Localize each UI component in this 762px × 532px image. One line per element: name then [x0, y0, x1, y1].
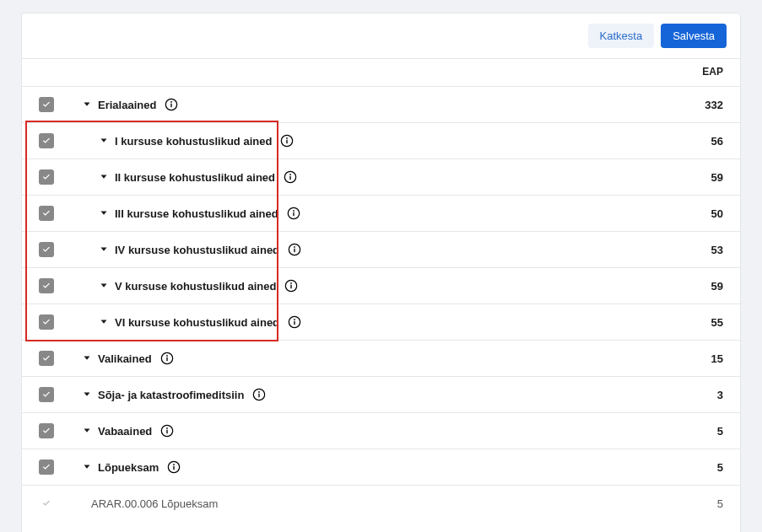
info-icon[interactable] [287, 207, 300, 220]
group-row: IV kursuse kohustuslikud ained53 [22, 231, 740, 267]
group-label: IV kursuse kohustuslikud ained [115, 244, 279, 256]
svg-rect-26 [259, 394, 260, 397]
group-label: I kursuse kohustuslikud ained [115, 135, 272, 148]
list-item: ARAR.00.006 Lõpueksam5 [22, 485, 740, 521]
svg-point-13 [294, 246, 295, 248]
info-icon[interactable] [284, 170, 297, 184]
chevron-down-icon[interactable] [81, 425, 93, 437]
group-label: III kursuse kohustuslikud ained [115, 207, 278, 220]
svg-rect-23 [166, 357, 167, 361]
group-row: Erialaained332 [22, 86, 740, 122]
eap-value: 3 [717, 389, 723, 401]
top-actions-bar: Katkesta Salvesta [22, 13, 740, 59]
eap-value: 5 [717, 497, 723, 510]
info-icon[interactable] [167, 460, 181, 474]
checkbox[interactable] [39, 387, 54, 402]
svg-rect-5 [287, 140, 288, 143]
checkbox[interactable] [39, 351, 54, 366]
svg-point-25 [258, 391, 260, 393]
eap-value: 5 [717, 425, 723, 438]
chevron-down-icon[interactable] [81, 461, 93, 473]
eap-value: 55 [711, 316, 723, 329]
save-button[interactable]: Salvesta [661, 24, 727, 48]
group-row: Vabaained5 [22, 412, 740, 449]
curriculum-panel: Katkesta Salvesta EAP Erialaained332I ku… [21, 13, 741, 532]
chevron-down-icon[interactable] [98, 207, 110, 219]
chevron-down-icon[interactable] [98, 316, 110, 328]
svg-point-10 [293, 210, 295, 212]
eap-value: 50 [711, 207, 723, 220]
eap-value: 5 [717, 461, 723, 474]
svg-point-7 [289, 174, 291, 175]
info-icon[interactable] [284, 279, 298, 293]
svg-rect-32 [174, 466, 175, 470]
svg-point-31 [173, 464, 175, 465]
info-icon[interactable] [288, 243, 301, 256]
info-icon[interactable] [165, 98, 178, 111]
svg-rect-29 [167, 430, 168, 433]
group-label: II kursuse kohustuslikud ained [115, 171, 275, 184]
chevron-down-icon[interactable] [98, 171, 110, 183]
svg-rect-2 [171, 104, 172, 107]
chevron-down-icon[interactable] [81, 389, 93, 400]
eap-column-header: EAP [702, 66, 723, 78]
checkbox[interactable] [39, 169, 54, 185]
group-row: Lõpueksam5 [22, 449, 740, 485]
rows-list: Erialaained332I kursuse kohustuslikud ai… [22, 86, 740, 521]
eap-value: 53 [711, 244, 723, 256]
info-icon[interactable] [160, 424, 174, 438]
group-row: Sõja- ja katastroofimeditsiin3 [22, 376, 740, 412]
checkbox[interactable] [39, 314, 54, 330]
chevron-down-icon[interactable] [98, 135, 110, 147]
chevron-down-icon[interactable] [81, 99, 93, 110]
group-label: Valikained [98, 352, 152, 365]
svg-point-4 [287, 137, 289, 139]
checkbox[interactable] [39, 97, 54, 112]
group-label: Vabaained [98, 425, 152, 438]
checkbox[interactable] [39, 423, 54, 438]
group-label: Lõpueksam [98, 461, 159, 474]
group-row: I kursuse kohustuslikud ained56 [22, 122, 740, 159]
group-row: VI kursuse kohustuslikud ained55 [22, 304, 740, 340]
group-row: II kursuse kohustuslikud ained59 [22, 159, 740, 195]
group-label: VI kursuse kohustuslikud ained [115, 316, 279, 329]
svg-point-22 [166, 355, 168, 357]
chevron-down-icon[interactable] [98, 280, 110, 292]
group-label: V kursuse kohustuslikud ained [115, 280, 276, 293]
group-row: V kursuse kohustuslikud ained59 [22, 267, 740, 304]
svg-point-28 [166, 427, 168, 429]
checkbox[interactable] [39, 133, 54, 148]
column-header-row: EAP [22, 59, 740, 86]
cancel-button[interactable]: Katkesta [588, 24, 655, 48]
item-label: ARAR.00.006 Lõpueksam [91, 497, 218, 510]
checkbox[interactable] [39, 459, 54, 475]
chevron-down-icon[interactable] [81, 352, 93, 364]
svg-point-1 [170, 101, 172, 103]
info-icon[interactable] [280, 134, 294, 148]
svg-rect-14 [294, 249, 295, 252]
group-row: III kursuse kohustuslikud ained50 [22, 195, 740, 231]
checkbox[interactable] [39, 242, 54, 257]
info-icon[interactable] [160, 352, 174, 365]
svg-rect-8 [289, 176, 290, 180]
svg-rect-11 [293, 212, 294, 216]
svg-point-19 [294, 319, 295, 320]
group-label: Sõja- ja katastroofimeditsiin [98, 389, 244, 401]
bottom-actions-bar: Katkesta Salvesta [22, 521, 740, 532]
info-icon[interactable] [288, 315, 301, 329]
info-icon[interactable] [252, 388, 266, 401]
svg-rect-20 [294, 321, 295, 325]
checkbox[interactable] [39, 278, 54, 293]
group-label: Erialaained [98, 99, 156, 111]
chevron-down-icon[interactable] [98, 244, 110, 255]
eap-value: 59 [711, 171, 723, 184]
checkbox[interactable] [39, 206, 54, 221]
group-row: Valikained15 [22, 340, 740, 376]
svg-point-16 [291, 282, 293, 284]
eap-value: 59 [711, 280, 723, 293]
svg-rect-17 [291, 285, 292, 288]
eap-value: 332 [705, 99, 723, 111]
eap-value: 56 [711, 135, 723, 148]
eap-value: 15 [711, 352, 723, 365]
checkmark-icon [39, 496, 54, 511]
